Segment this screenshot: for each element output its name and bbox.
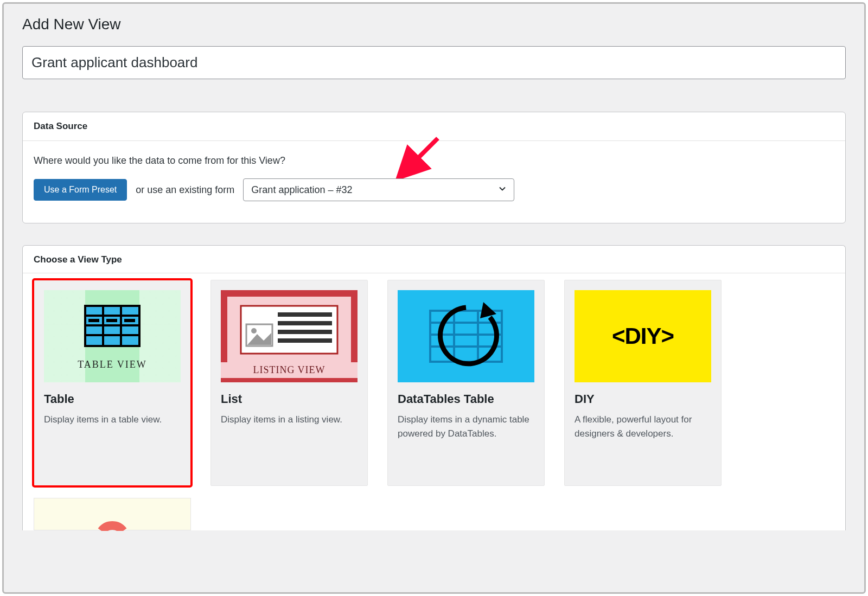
svg-rect-7 — [88, 319, 99, 322]
svg-rect-9 — [124, 319, 135, 322]
page-title: Add New View — [4, 4, 864, 46]
svg-rect-13 — [278, 312, 332, 317]
list-thumbnail: LISTING VIEW — [221, 290, 358, 382]
use-form-preset-button[interactable]: Use a Form Preset — [34, 179, 127, 201]
svg-rect-16 — [278, 338, 332, 343]
view-type-card-table[interactable]: TABLE VIEW Table Display items in a tabl… — [34, 280, 191, 486]
svg-rect-14 — [278, 321, 332, 325]
data-source-prompt: Where would you like the data to come fr… — [34, 155, 834, 166]
card-desc: Display items in a table view. — [44, 413, 181, 427]
card-title: List — [221, 392, 358, 406]
card-desc: Display items in a dynamic table powered… — [398, 413, 534, 440]
table-thumb-caption: TABLE VIEW — [78, 359, 147, 370]
datatables-thumbnail — [398, 290, 534, 382]
card-title: Table — [44, 392, 181, 406]
view-type-heading: Choose a View Type — [23, 246, 845, 273]
svg-point-12 — [251, 328, 257, 334]
view-type-card-partial[interactable] — [34, 498, 191, 530]
view-type-cards-row2 — [23, 498, 845, 530]
data-source-panel: Data Source Where would you like the dat… — [22, 112, 846, 223]
listing-card-icon — [238, 303, 341, 357]
diy-thumb-caption: <DIY> — [612, 323, 674, 349]
card-desc: Display items in a listing view. — [221, 413, 358, 427]
svg-rect-8 — [106, 319, 117, 322]
page-container: Add New View Data Source Where would you… — [2, 2, 866, 594]
card-title: DataTables Table — [398, 392, 534, 406]
view-type-card-diy[interactable]: <DIY> DIY A flexible, powerful layout fo… — [564, 280, 722, 486]
svg-rect-15 — [278, 330, 332, 334]
card-desc: A flexible, powerful layout for designer… — [575, 413, 711, 440]
existing-form-select[interactable]: Grant application – #32 — [243, 178, 514, 201]
data-source-heading: Data Source — [23, 112, 845, 141]
table-thumbnail: TABLE VIEW — [44, 290, 181, 382]
data-source-body: Where would you like the data to come fr… — [23, 141, 845, 223]
table-grid-icon — [80, 303, 145, 357]
view-title-input[interactable] — [22, 46, 846, 79]
view-type-cards: TABLE VIEW Table Display items in a tabl… — [23, 273, 845, 498]
card-title: DIY — [575, 392, 711, 406]
diy-thumbnail: <DIY> — [575, 290, 711, 382]
list-thumb-caption: LISTING VIEW — [221, 362, 358, 378]
refresh-table-icon — [423, 296, 509, 377]
view-type-panel: Choose a View Type TA — [22, 245, 846, 530]
or-use-existing-text: or use an existing form — [136, 184, 234, 196]
partial-circle-icon — [93, 504, 131, 531]
view-type-card-datatables[interactable]: DataTables Table Display items in a dyna… — [387, 280, 545, 486]
view-type-card-list[interactable]: LISTING VIEW List Display items in a lis… — [210, 280, 368, 486]
